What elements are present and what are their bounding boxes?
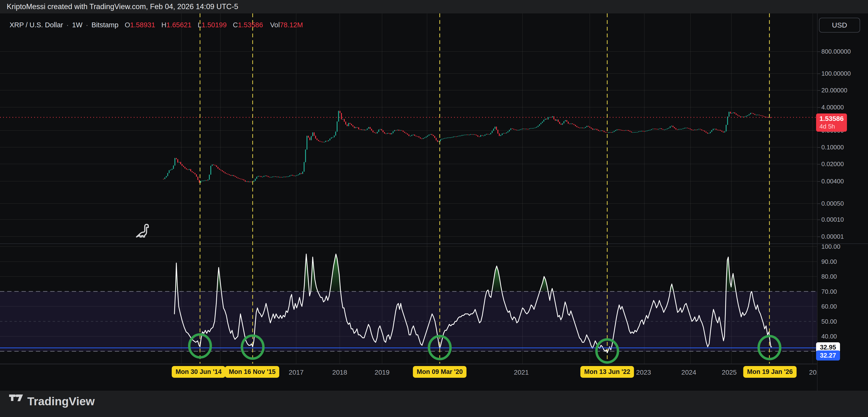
tradingview-wordmark: TradingView: [27, 395, 95, 408]
last-price-value: 1.53586: [819, 115, 844, 123]
year-label: 2024: [681, 369, 696, 376]
axis-tick: [817, 52, 820, 52]
year-label: 2019: [375, 369, 390, 376]
event-date-badge[interactable]: Mon 19 Jan '26: [743, 366, 797, 378]
year-label: 2023: [636, 369, 651, 376]
year-label: 2025: [722, 369, 737, 376]
close-value: 1.53586: [238, 21, 263, 29]
rsi-axis-label: 100.00: [822, 243, 840, 250]
event-date-badge[interactable]: Mon 13 Jun '22: [581, 366, 634, 378]
axis-tick: [817, 237, 820, 237]
rsi-axis-label: 80.00: [822, 273, 837, 280]
axis-tick: [817, 90, 820, 91]
price-axis-scale[interactable]: USD 1.53586 4d 5h 32.95 32.27 800.000001…: [817, 13, 868, 391]
exchange-label: Bitstamp: [91, 21, 118, 29]
rsi-axis-label: 60.00: [822, 303, 837, 310]
year-label: 2017: [289, 369, 304, 376]
legend-separator: ·: [66, 21, 69, 29]
candlestick-series[interactable]: [163, 111, 771, 183]
event-date-badge[interactable]: Mon 09 Mar '20: [413, 366, 467, 378]
price-axis-label: 100.00000: [822, 70, 851, 77]
close-label: C: [233, 21, 238, 29]
rsi-band: [0, 292, 817, 351]
axis-tick: [817, 147, 820, 148]
symbol-legend[interactable]: XRP / U.S. Dollar · 1W · Bitstamp O 1.58…: [9, 20, 303, 30]
dinosaur-icon: [136, 224, 148, 237]
rsi-axis-label: 90.00: [822, 258, 837, 266]
year-label: 2021: [514, 369, 529, 376]
price-axis-label: 20.00000: [822, 87, 847, 94]
low-label: L: [197, 21, 202, 29]
currency-toggle-button[interactable]: USD: [819, 18, 860, 33]
price-axis-label: 800.00000: [822, 48, 851, 55]
bar-countdown: 4d 5h: [819, 123, 844, 130]
volume-label: Vol: [270, 21, 280, 29]
price-axis-label: 4.00000: [822, 103, 844, 111]
price-axis-label: 0.00400: [822, 178, 844, 185]
volume-value: 78.12M: [280, 21, 303, 29]
axis-tick: [817, 219, 820, 220]
rsi-axis-label: 50.00: [822, 318, 837, 325]
chart-plot-area[interactable]: [0, 0, 868, 417]
year-label: 2018: [332, 369, 347, 376]
axis-tick: [817, 204, 820, 204]
price-axis-label: 0.02000: [822, 160, 844, 168]
tradingview-chart-window: KriptoMessi created with TradingView.com…: [0, 0, 868, 417]
rsi-axis-label: 70.00: [822, 288, 837, 295]
high-value: 1.65621: [166, 21, 192, 29]
axis-tick: [817, 107, 820, 108]
axis-tick: [817, 181, 820, 182]
time-axis-scale[interactable]: 26201720182019202122023202420252027Mon 3…: [0, 364, 817, 391]
year-label: 2027: [809, 369, 817, 376]
tradingview-logo[interactable]: TradingView: [9, 394, 95, 408]
open-value: 1.58931: [130, 21, 155, 29]
low-value: 1.50199: [202, 21, 226, 29]
rsi-overbought-fill: [175, 254, 736, 291]
legend-separator: ·: [86, 21, 88, 29]
footer-bar: TradingView: [0, 391, 868, 417]
axis-tick: [817, 73, 820, 74]
price-axis-label: 0.00010: [822, 216, 844, 224]
price-axis-label: 0.00001: [822, 233, 844, 240]
tradingview-logo-icon: [9, 394, 23, 408]
high-label: H: [161, 21, 166, 29]
axis-tick: [817, 164, 820, 165]
rsi-hline-badge: 32.27: [816, 351, 840, 360]
rsi-axis-label: 40.00: [822, 333, 837, 340]
timeframe-label: 1W: [72, 21, 83, 29]
price-axis-label: 0.10000: [822, 144, 844, 151]
last-price-badge: 1.53586 4d 5h: [816, 114, 847, 132]
symbol-title: XRP / U.S. Dollar: [9, 21, 63, 29]
event-date-badge[interactable]: Mon 30 Jun '14: [172, 366, 225, 378]
price-axis-label: 0.00050: [822, 200, 844, 207]
event-date-badge[interactable]: Mon 16 Nov '15: [225, 366, 279, 378]
open-label: O: [125, 21, 130, 29]
